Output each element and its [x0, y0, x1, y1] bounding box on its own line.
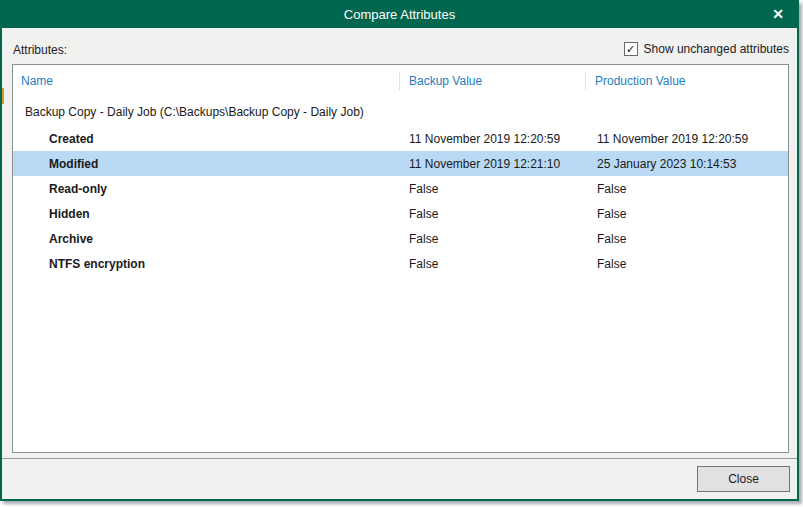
left-border-accent	[2, 88, 4, 104]
group-row: Backup Copy - Daily Job (C:\Backups\Back…	[13, 97, 788, 126]
attribute-name: NTFS encryption	[13, 251, 399, 276]
table-row[interactable]: Created 11 November 2019 12:20:59 11 Nov…	[13, 126, 788, 151]
footer-separator	[2, 458, 797, 459]
table-row[interactable]: Read-only False False	[13, 176, 788, 201]
compare-attributes-dialog: Compare Attributes ✕ Attributes: ✓ Show …	[0, 0, 799, 501]
show-unchanged-checkbox-row[interactable]: ✓ Show unchanged attributes	[624, 40, 789, 58]
dialog-title: Compare Attributes	[2, 2, 797, 28]
column-header-production-value[interactable]: Production Value	[585, 65, 788, 97]
production-value: 11 November 2019 12:20:59	[585, 126, 788, 151]
backup-value: False	[399, 201, 585, 226]
show-unchanged-checkbox[interactable]: ✓	[624, 42, 638, 56]
attributes-table: Name Backup Value Production Value Backu…	[12, 64, 789, 453]
backup-value: 11 November 2019 12:21:10	[399, 151, 585, 176]
attribute-name: Modified	[13, 151, 399, 176]
production-value: False	[585, 176, 788, 201]
column-header-backup-value[interactable]: Backup Value	[399, 65, 585, 97]
close-button[interactable]: Close	[697, 466, 790, 492]
production-value: False	[585, 251, 788, 276]
titlebar: Compare Attributes ✕	[2, 2, 797, 28]
production-value: False	[585, 201, 788, 226]
table-row[interactable]: Hidden False False	[13, 201, 788, 226]
attribute-name: Archive	[13, 226, 399, 251]
backup-value: False	[399, 251, 585, 276]
table-row-selected[interactable]: Modified 11 November 2019 12:21:10 25 Ja…	[13, 151, 788, 176]
backup-value: False	[399, 176, 585, 201]
attribute-name: Hidden	[13, 201, 399, 226]
show-unchanged-label[interactable]: Show unchanged attributes	[644, 42, 789, 56]
table-row[interactable]: NTFS encryption False False	[13, 251, 788, 276]
backup-value: False	[399, 226, 585, 251]
close-icon[interactable]: ✕	[766, 2, 790, 28]
backup-value: 11 November 2019 12:20:59	[399, 126, 585, 151]
attributes-label: Attributes:	[13, 43, 67, 57]
attribute-name: Created	[13, 126, 399, 151]
column-header-name[interactable]: Name	[13, 65, 399, 97]
production-value: 25 January 2023 10:14:53	[585, 151, 788, 176]
table-row[interactable]: Archive False False	[13, 226, 788, 251]
production-value: False	[585, 226, 788, 251]
attribute-name: Read-only	[13, 176, 399, 201]
table-header-row: Name Backup Value Production Value	[13, 65, 788, 97]
